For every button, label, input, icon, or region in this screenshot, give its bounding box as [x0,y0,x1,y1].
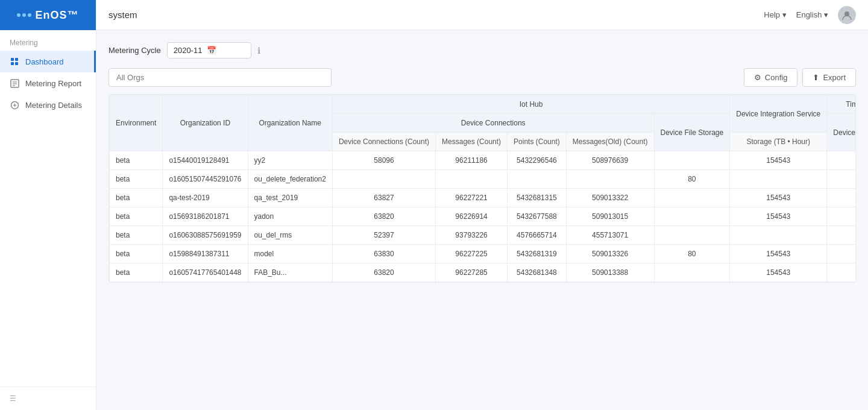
cell-msg_old_count: 509013326 [566,245,654,263]
cell-storage_tb [654,207,730,226]
cell-org_name: yadon [248,207,332,226]
org-search-input[interactable] [108,68,332,87]
cell-dc_count [332,170,435,189]
chevron-down-icon: ▾ [824,10,828,19]
cell-num_devices: 154543 [730,263,827,282]
table-row: betao16051507445291076ou_delete_federati… [110,170,857,189]
cell-dc_count: 52397 [332,226,435,245]
metering-cycle-input[interactable]: 2020-11 📅 [167,42,251,58]
metering-details-icon [10,100,19,110]
group-device-integration-service: Device Integration Service [730,95,827,133]
menu-icon: ☰ [10,394,16,403]
cell-env: beta [110,207,163,226]
config-button[interactable]: ⚙ Config [744,68,798,87]
sidebar-section-label: Metering [0,30,96,51]
sidebar: EnOS™ Metering Dashboard Metering Report [0,0,96,410]
language-selector[interactable]: English ▾ [796,10,828,19]
main-content: system Help ▾ English ▾ Metering Cycle [96,0,868,410]
cell-num_devices: 154543 [730,151,827,170]
cell-org_name: ou_delete_federation2 [248,170,332,189]
svg-rect-0 [11,58,14,61]
table-row: betao15440019128491yy2580969621118654322… [110,151,857,170]
cell-msg_count: 96211186 [436,151,508,170]
user-avatar[interactable] [838,6,856,24]
export-icon: ⬆ [813,73,819,82]
data-table-wrapper: Environment Organization ID Organization… [108,94,856,283]
cell-num_devices: 154543 [730,245,827,263]
cell-org_name: yy2 [248,151,332,170]
svg-rect-2 [11,62,14,65]
cell-num_devices [730,170,827,189]
cell-org_id: o16063088575691959 [163,226,248,245]
cell-storage_tb [654,226,730,245]
table-row: betao15988491387311model6383096227225543… [110,245,857,263]
cell-points_count: 4576665714 [508,226,567,245]
table-row: betao15693186201871yadon6382096226914543… [110,207,857,226]
cell-points_count: 5432296546 [508,151,567,170]
cell-computing_cu [827,263,856,282]
cell-msg_count: 96227285 [436,263,508,282]
cell-storage_tb [654,263,730,282]
table-row: betaqa-test-2019qa_test_2019638279622722… [110,189,857,207]
cell-dc_count: 58096 [332,151,435,170]
cell-org_name: ou_del_rms [248,226,332,245]
info-icon[interactable]: ℹ [257,46,260,55]
cell-dc_count: 63820 [332,263,435,282]
sidebar-item-metering-report[interactable]: Metering Report [0,72,96,94]
cell-msg_old_count: 509013388 [566,263,654,282]
col-msg-count: Messages (Count) [436,133,508,151]
cell-computing_cu [827,226,856,245]
cell-msg_count: 96226914 [436,207,508,226]
col-msg-old-count: Messages(Old) (Count) [566,133,654,151]
cell-storage_tb [654,189,730,207]
topbar-right: Help ▾ English ▾ [764,6,856,24]
cell-msg_old_count: 455713071 [566,226,654,245]
help-link[interactable]: Help ▾ [764,10,786,19]
data-table: Environment Organization ID Organization… [109,95,856,282]
cell-msg_count: 93793226 [436,226,508,245]
cell-points_count: 5432681348 [508,263,567,282]
sidebar-item-metering-details[interactable]: Metering Details [0,94,96,116]
cycle-value: 2020-11 [174,46,203,55]
col-points-count: Points (Count) [508,133,567,151]
action-buttons: ⚙ Config ⬆ Export [744,68,856,87]
cell-msg_old_count [566,170,654,189]
group-time-series-database: Time Series Database [827,95,856,114]
cell-points_count: 5432677588 [508,207,567,226]
sidebar-item-metering-details-label: Metering Details [25,101,82,110]
table-row: betao16057417765401448FAB_Bu...638209622… [110,263,857,282]
export-button[interactable]: ⬆ Export [802,68,856,87]
cell-org_name: model [248,245,332,263]
cell-msg_old_count: 509013015 [566,207,654,226]
cell-computing_cu [827,207,856,226]
cell-env: beta [110,226,163,245]
logo-dots [17,13,31,17]
col-environment: Environment [110,95,163,151]
sidebar-logo: EnOS™ [0,0,96,30]
chevron-down-icon: ▾ [782,10,787,19]
table-row: betao16063088575691959ou_del_rms52397937… [110,226,857,245]
cell-msg_count: 96227221 [436,189,508,207]
sidebar-item-metering-report-label: Metering Report [25,79,81,88]
metering-cycle-row: Metering Cycle 2020-11 📅 ℹ [108,42,856,58]
subgroup-device-connections: Device Connections [332,114,654,133]
cell-env: beta [110,189,163,207]
filter-row: ⚙ Config ⬆ Export [108,68,856,87]
cell-env: beta [110,151,163,170]
cell-points_count: 5432681315 [508,189,567,207]
col-org-id: Organization ID [163,95,248,151]
cell-org_id: o15693186201871 [163,207,248,226]
cell-org_id: o15988491387311 [163,245,248,263]
cell-dc_count: 63820 [332,207,435,226]
metering-cycle-label: Metering Cycle [108,46,161,55]
col-dc-count: Device Connections (Count) [332,133,435,151]
cell-storage_tb: 80 [654,245,730,263]
subgroup-device-file-storage: Device File Storage [654,114,730,151]
metering-report-icon [10,78,19,88]
sidebar-footer-menu[interactable]: ☰ [0,386,96,410]
sidebar-item-dashboard[interactable]: Dashboard [0,51,96,72]
dashboard-icon [10,57,19,66]
cell-msg_count: 96227225 [436,245,508,263]
cell-org_id: o16051507445291076 [163,170,248,189]
cell-org_name: FAB_Bu... [248,263,332,282]
